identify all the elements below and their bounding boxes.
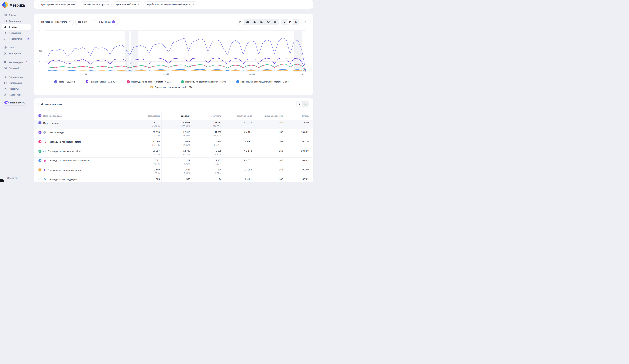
table-cell: 2 м 57 с (223, 158, 254, 167)
column-header-label: Время на сайте (237, 115, 252, 117)
row-checkbox-checked[interactable] (54, 80, 57, 83)
source-label: Переходы из рекомендательных систем (48, 159, 90, 162)
sidebar-item-visitors[interactable]: Посетители (1, 36, 31, 42)
report-icon (4, 25, 7, 28)
table-row[interactable]: Переходы по ссылкам на сайтах20 23724,01… (34, 148, 313, 158)
play-icon (4, 31, 7, 34)
sidebar-item-dashboards[interactable]: Дашборды (1, 18, 31, 24)
sidebar-item-variocube[interactable]: Вариокуб (1, 65, 31, 71)
new-reports-toggle[interactable]: Новые отчеты (2, 100, 28, 106)
sidebar-collapse-button[interactable]: Свернуть (4, 177, 18, 179)
column-header[interactable]: Просмотры (126, 112, 161, 120)
mode-absolute-button[interactable]: # (297, 101, 303, 107)
chart-end-point-marker[interactable] (301, 70, 303, 71)
column-header[interactable]: Посетители (192, 112, 223, 120)
legend-item[interactable]: Переходы из рекомендательных систем1 163 (236, 80, 289, 83)
main-content: Группировка · Источник трафикаМетрики · … (34, 0, 313, 182)
period-select[interactable]: По дням (75, 19, 93, 25)
table-cell: 13 07124,65 % (161, 139, 192, 148)
search-input[interactable] (45, 103, 63, 106)
sidebar-item-integrations[interactable]: Интеграции (1, 80, 31, 86)
cell-value: 6 398 (192, 150, 221, 152)
collapse-chart-button[interactable] (301, 19, 309, 25)
cell-percent: 24,01 % (126, 153, 159, 156)
collapse-label: Свернуть (7, 177, 18, 179)
filter-pill-0[interactable]: Группировка · Источник трафика (38, 1, 78, 7)
line-chart[interactable]: 0200400600800ВсегоПрямые заходыПереходы … (48, 30, 306, 72)
mode-percent-button[interactable]: % (303, 101, 309, 107)
sidebar-item-goals[interactable]: Цели (1, 45, 31, 51)
stacked-bar-icon[interactable] (258, 19, 265, 25)
sidebar-item-behavior[interactable]: Поведение (1, 30, 31, 36)
column-chart-icon[interactable] (272, 19, 279, 25)
cell-percent: 25,47 % (126, 144, 159, 146)
row-checkbox-checked[interactable] (236, 80, 239, 83)
on-chart-select[interactable]: На графике · Посетители (38, 19, 74, 25)
sidebar-item-reports[interactable]: Отчеты (1, 24, 31, 30)
line-chart-icon[interactable] (237, 19, 244, 25)
row-checkbox-checked[interactable] (38, 114, 41, 117)
search-field[interactable] (38, 101, 65, 107)
filter-pill-3[interactable]: Атрибуция · Последний значимый переход (144, 1, 197, 7)
legend-item[interactable]: Всего25,9 тыс (54, 80, 75, 83)
chart-size-M[interactable]: M (287, 19, 293, 25)
person-icon (4, 37, 7, 40)
chart-type-switcher (237, 19, 279, 25)
toggle-on-icon[interactable] (4, 101, 8, 104)
corner-avatar[interactable] (0, 179, 4, 182)
row-checkbox-checked[interactable] (38, 169, 41, 172)
table-cell: 4 м 23 с (223, 120, 254, 129)
table-row[interactable]: Переходы из рекомендательных систем3 091… (34, 158, 313, 167)
sidebar-group: ПривлечениеИнтеграцииИнсайтыНастройки (1, 74, 31, 98)
row-checkbox-checked[interactable] (151, 86, 153, 89)
flame-icon (4, 75, 7, 78)
column-header[interactable]: Визиты↓ (161, 112, 192, 120)
filter-pill-1[interactable]: Метрики · Просмотры, +5 (80, 1, 112, 7)
row-checkbox-checked[interactable] (38, 159, 41, 162)
table-row[interactable]: Переходы из социальных сетей2 5002,97 %1… (34, 167, 313, 176)
row-checkbox-checked[interactable] (38, 150, 41, 153)
sidebar-item-conversions[interactable]: Конверсии (1, 51, 31, 56)
chart-size-S[interactable]: S (282, 19, 287, 25)
sidebar-item-acquisition[interactable]: Привлечение (1, 74, 31, 80)
row-checkbox-checked[interactable] (38, 140, 41, 143)
legend-item[interactable]: Переходы из поисковых систем6 215 (127, 80, 171, 83)
sidebar-item-settings[interactable]: Настройки (1, 92, 31, 98)
filter-pill-2[interactable]: Цель · Не выбрана (113, 1, 142, 7)
table-row[interactable]: Итого и средние84 277100,00 %53 025100,0… (34, 120, 313, 129)
column-header[interactable]: Время на сайте (223, 112, 254, 120)
sidebar-nav: ОбзорДашбордыОтчетыПоведениеПосетителиЦе… (0, 8, 32, 98)
bar-chart-icon[interactable] (251, 19, 258, 25)
row-checkbox-checked[interactable] (127, 80, 130, 83)
row-checkbox-checked[interactable] (38, 121, 41, 124)
legend-label: Переходы из поисковых систем (131, 81, 163, 83)
notes-button[interactable]: Примечания 5 (95, 19, 118, 25)
table-row[interactable]: Переходы из поисковых систем21 46625,47 … (34, 139, 313, 148)
column-header[interactable]: Отказы (285, 112, 313, 120)
sidebar-item-tag-manager[interactable]: Тег Менеджерβ (1, 59, 31, 65)
chart-size-L[interactable]: L (293, 19, 299, 25)
cell-value: 1,64 (254, 140, 283, 143)
app-logo[interactable]: Метрика (0, 0, 32, 8)
sidebar-item-overview[interactable]: Обзор (1, 12, 31, 18)
column-header[interactable]: Глубина просмотра (254, 112, 285, 120)
table-row[interactable]: Переходы из мессенджеров925509248 м 8 с1… (34, 176, 313, 182)
column-header-source[interactable]: Источник трафика (34, 112, 126, 120)
legend-item[interactable]: Переходы по ссылкам на сайтах6 398 (181, 80, 226, 83)
chevron-down-icon (89, 21, 90, 22)
row-checkbox-checked[interactable] (86, 80, 88, 83)
pie-chart-icon[interactable] (265, 19, 272, 25)
legend-item[interactable]: Переходы из социальных сетей870 (151, 86, 193, 89)
row-checkbox-checked[interactable] (38, 131, 41, 134)
cell-value: 1 587 (161, 169, 190, 171)
cell-percent: 2,97 % (126, 172, 159, 175)
row-checkbox-unchecked[interactable] (38, 178, 41, 181)
sidebar-item-insights[interactable]: Инсайты (1, 86, 31, 92)
source-label: Переходы по ссылкам на сайтах (48, 150, 82, 153)
row-checkbox-checked[interactable] (181, 80, 184, 83)
cell-value: 25 851 (192, 121, 221, 124)
table-row[interactable]: Прямые заходы36 01542,73 %22 91543,22 %1… (34, 129, 313, 139)
chart-legend-row-2: Переходы из социальных сетей870 (54, 86, 289, 89)
stacked-area-icon[interactable] (244, 19, 251, 25)
legend-item[interactable]: Прямые заходы11,5 тыс (86, 80, 117, 83)
